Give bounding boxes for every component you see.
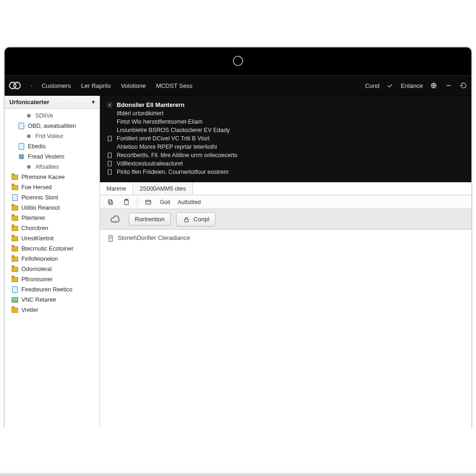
tab-marene[interactable]: Marene: [100, 182, 133, 195]
blank-icon: [106, 110, 113, 117]
globe-icon[interactable]: [430, 81, 438, 90]
svg-rect-10: [108, 199, 112, 203]
svg-rect-14: [185, 219, 188, 222]
folder-icon: [11, 255, 19, 263]
svg-point-1: [14, 82, 20, 89]
nav-items: Customers Ler Raprilo Volotione MCDST Se…: [42, 82, 192, 89]
sidebar-item-label: Firifofeioneion: [21, 256, 58, 262]
sidebar-item[interactable]: Odorrioleral: [5, 264, 99, 274]
tool-copy[interactable]: [105, 197, 117, 207]
sidebar-item-label: Foe Hersed: [21, 184, 52, 191]
content-area: StonehDorifier Cleradiance: [100, 230, 471, 428]
tool-open[interactable]: [142, 197, 154, 207]
tab-secondary[interactable]: 2S000AMM5 otes: [133, 182, 192, 195]
svg-rect-13: [146, 200, 151, 204]
sidebar-item[interactable]: Fread Vestern: [5, 152, 99, 162]
sidebar-item[interactable]: Frid Voleur: [5, 131, 99, 141]
document-icon: [106, 234, 115, 243]
sidebar-item[interactable]: Aftsalites: [5, 162, 99, 172]
sidebar-header[interactable]: Urfonicaterter ▾: [5, 96, 99, 109]
svg-rect-6: [108, 153, 112, 158]
sidebar-item[interactable]: Firedteuren Reetico: [5, 284, 99, 295]
nav-entance[interactable]: Entance: [401, 82, 423, 89]
gear-icon: [106, 102, 113, 108]
overview-line: Ilfdérl urtordikirtert: [106, 109, 465, 118]
chevron-down-icon: ▾: [92, 99, 95, 105]
sidebar-item-label: Aftsalites: [35, 164, 59, 170]
sidebar-item-label: Odorrioleral: [21, 266, 52, 272]
sidebar-item[interactable]: Picennic Slont: [5, 192, 99, 203]
nav-mcdst-sess[interactable]: MCDST Sess: [156, 82, 193, 89]
nav-ler-raprilo[interactable]: Ler Raprilo: [81, 82, 111, 89]
nav-customers[interactable]: Customers: [42, 82, 71, 89]
sidebar-item[interactable]: Btecrnutic Ecotoiner: [5, 244, 99, 254]
sidebar-item[interactable]: VNC Retaree: [5, 295, 99, 305]
sidebar-item-label: Picennic Slont: [21, 194, 58, 201]
sidebar-item-label: Pftronisoner: [21, 276, 53, 283]
tool-paste[interactable]: [120, 197, 132, 207]
sidebar-item[interactable]: Uditio Reanoot: [5, 203, 99, 213]
overview-line: Lrsiunbietre BSROS Claotocterer EV Edady: [106, 126, 465, 134]
sidebar-item-label: Frid Voleur: [35, 133, 63, 139]
nav-cund[interactable]: Cund: [365, 82, 379, 89]
nav-volotione[interactable]: Volotione: [121, 82, 146, 89]
lock-icon: [182, 215, 191, 224]
overview-title: Bdonslier Ell Manterern: [117, 101, 185, 108]
document-icon: [106, 135, 113, 142]
sidebar-item-label: Pfremone Kacee: [21, 174, 65, 180]
sidebar-item[interactable]: Foe Hersed: [5, 182, 99, 192]
overview-line-text: Ilfdérl urtordikirtert: [117, 110, 164, 117]
overview-line: Recortbertls. Fll. Mre Aitiline urrm ori…: [106, 151, 465, 159]
document-icon: [18, 122, 25, 130]
top-nav: › Customers Ler Raprilo Volotione MCDST …: [5, 75, 471, 96]
sidebar-item[interactable]: Vretler: [5, 305, 99, 315]
sidebar-item[interactable]: SDtiVe: [5, 111, 99, 121]
sidebar-item[interactable]: UrestKtertnit: [5, 233, 99, 244]
overview-panel: Bdonslier Ell Manterern Ilfdérl urtordik…: [100, 96, 471, 182]
sidebar: Urfonicaterter ▾ SDtiVeOBD, aseatsalitie…: [5, 96, 100, 428]
nav-chevron-right-icon[interactable]: ›: [28, 83, 35, 88]
secondary-action-label: Conpl: [193, 216, 209, 223]
sidebar-item[interactable]: Ebedis: [5, 141, 99, 152]
blank-icon: [106, 119, 113, 125]
tool-added[interactable]: Auttstited: [176, 198, 203, 206]
sidebar-item[interactable]: Chorcitren: [5, 223, 99, 233]
sidebar-item[interactable]: Firifofeioneion: [5, 254, 99, 264]
camera-icon: [233, 56, 243, 66]
overview-line-text: Ahletioo Monre RPEP reprtar teterliothi: [117, 144, 217, 150]
folder-icon: [11, 235, 19, 242]
paste-icon: [122, 198, 131, 206]
sidebar-item[interactable]: Piterterer: [5, 213, 99, 223]
document-icon: [11, 286, 19, 293]
toolbar: Goit Auttstited: [100, 195, 471, 209]
laptop-brand: VOS: [227, 474, 248, 476]
action-bar: Rortrention Conpl: [100, 209, 471, 230]
minimize-icon[interactable]: [444, 81, 453, 90]
blank-icon: [106, 144, 113, 150]
app-body: Urfonicaterter ▾ SDtiVeOBD, aseatsalitie…: [5, 96, 471, 428]
secondary-action-button[interactable]: Conpl: [176, 212, 215, 226]
sidebar-item-label: OBD, aseatsalitien: [28, 123, 76, 129]
cloud-icon[interactable]: [107, 213, 123, 226]
sidebar-item[interactable]: Pfremone Kacee: [5, 172, 99, 182]
sidebar-item[interactable]: Pftronisoner: [5, 274, 99, 284]
sidebar-item-label: VNC Retaree: [21, 297, 56, 303]
document-icon: [106, 152, 113, 159]
svg-rect-9: [109, 201, 112, 205]
primary-action-label: Rortrention: [135, 216, 165, 223]
bullet-icon: [25, 132, 33, 140]
nav-right: Cund Entance: [365, 81, 468, 90]
tool-goit[interactable]: Goit: [158, 198, 172, 206]
sidebar-item-label: UrestKtertnit: [21, 235, 53, 242]
laptop-frame: › Customers Ler Raprilo Volotione MCDST …: [4, 46, 472, 476]
sidebar-item-label: Firedteuren Reetico: [21, 286, 73, 293]
refresh-icon[interactable]: [459, 81, 468, 90]
primary-action-button[interactable]: Rortrention: [129, 213, 171, 225]
app-logo-icon: [8, 79, 21, 92]
overview-line-text: Firtot Wlo herstdfientsomet-Eliam: [117, 119, 203, 125]
document-icon: [106, 160, 113, 167]
sidebar-item[interactable]: OBD, aseatsalitien: [5, 121, 99, 131]
folder-icon: [11, 245, 19, 252]
folder-icon: [11, 173, 19, 181]
sidebar-item-label: Chorcitren: [21, 225, 48, 231]
